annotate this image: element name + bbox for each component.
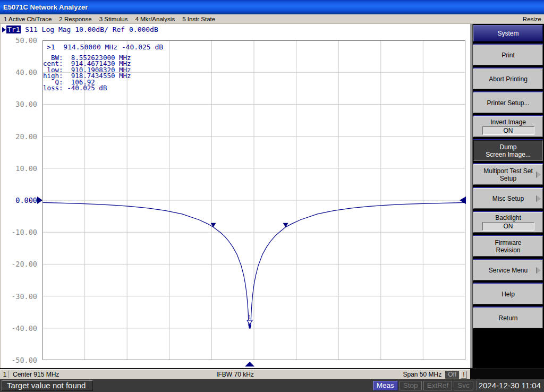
indicator-svc: Svc — [454, 381, 473, 390]
datetime: 2024-12-30 11:04 — [477, 381, 542, 390]
softkey-list: SystemPrintAbort PrintingPrinter Setup..… — [473, 24, 544, 368]
softkey-label: Dump — [499, 143, 516, 151]
channel-status-strip: 1 Center 915 MHz IFBW 70 kHz Span 50 MHz… — [0, 369, 470, 379]
softkey-label: Revision — [496, 246, 520, 254]
active-trace-arrow-icon — [2, 27, 6, 32]
softkey-label: Setup — [500, 175, 516, 182]
y-tick-label: 30.00 — [1, 100, 37, 108]
stimulus-marker — [245, 362, 254, 367]
softkey-menu: SystemPrintAbort PrintingPrinter Setup..… — [470, 24, 544, 368]
sweep-off-badge: Off — [445, 371, 459, 379]
y-tick-label: -30.00 — [1, 292, 37, 301]
submenu-arrow-icon — [537, 195, 541, 202]
center-frequency-value: Center 915 MHz — [13, 371, 59, 378]
softkey-service-menu[interactable]: Service Menu — [473, 260, 543, 280]
softkey-toggle-state: ON — [482, 222, 534, 231]
softkey-system[interactable]: System — [473, 25, 543, 41]
status-indicators: MeasStopExtRefSvc — [371, 381, 473, 390]
softkey-label: Help — [502, 291, 515, 298]
marker1-number: 1 — [248, 315, 251, 320]
softkey-dump[interactable]: DumpScreen Image... — [473, 140, 543, 161]
alert-badge: ! — [461, 371, 467, 379]
softkey-return[interactable]: Return — [473, 308, 543, 328]
softkey-backlight[interactable]: BacklightON — [473, 212, 543, 233]
softkey-printer-setup-[interactable]: Printer Setup... — [473, 92, 543, 113]
indicator-meas: Meas — [373, 381, 398, 390]
channel-number: 1 — [1, 371, 9, 378]
y-tick-label: -40.00 — [1, 324, 37, 333]
menu-5-instr-state[interactable]: 5 Instr State — [178, 16, 219, 22]
softkey-label: Backlight — [495, 214, 521, 221]
submenu-arrow-icon — [537, 172, 541, 178]
ref-level-indicator-left — [37, 197, 42, 204]
softkey-label: Print — [502, 52, 515, 59]
title-bar[interactable]: E5071C Network Analyzer — [0, 0, 544, 14]
resize-button[interactable]: Resize — [523, 16, 544, 22]
status-message: Target value not found — [2, 380, 93, 391]
y-tick-label: 0.000 — [1, 196, 37, 204]
main-area: 1 Tr1 S11 Log Mag 10.00dB/ Ref 0.000dB 5… — [0, 24, 544, 368]
softkey-toggle-state: ON — [482, 126, 534, 135]
ifbw-value: IFBW 70 kHz — [216, 371, 254, 378]
menu-2-response[interactable]: 2 Response — [55, 16, 95, 22]
submenu-arrow-icon — [537, 267, 541, 274]
softkey-label: Invert Image — [490, 118, 526, 126]
softkey-invert-image[interactable]: Invert ImageON — [473, 116, 543, 137]
softkey-label: Printer Setup... — [487, 99, 529, 107]
softkey-print[interactable]: Print — [473, 45, 543, 65]
e5071c-window: E5071C Network Analyzer 1 Active Ch/Trac… — [0, 0, 544, 392]
softkey-label: Abort Printing — [489, 75, 528, 83]
softkey-label: Screen Image... — [486, 151, 531, 158]
softkey-firmware[interactable]: FirmwareRevision — [473, 236, 543, 257]
softkey-label: Misc Setup — [492, 195, 524, 202]
y-tick-label: 40.00 — [1, 68, 37, 76]
marker1-symbol — [247, 320, 252, 325]
y-tick-label: 10.00 — [1, 164, 37, 173]
softkey-label: Firmware — [495, 239, 522, 246]
menu-1-active-ch-trace[interactable]: 1 Active Ch/Trace — [0, 16, 55, 22]
y-tick-label: -10.00 — [1, 228, 37, 236]
indicator-extref: ExtRef — [423, 381, 453, 390]
y-tick-label: 50.00 — [1, 36, 37, 45]
softkey-help[interactable]: Help — [473, 284, 543, 304]
channel-status-bar: 1 Center 915 MHz IFBW 70 kHz Span 50 MHz… — [0, 368, 544, 379]
softkey-label: Service Menu — [489, 267, 528, 274]
bw-high-marker — [283, 223, 288, 227]
marker1-readout: >1 914.50000 MHz -40.025 dB — [47, 43, 163, 51]
y-tick-label: 20.00 — [1, 132, 37, 141]
indicator-stop: Stop — [400, 381, 422, 390]
span-value: Span 50 MHz — [403, 371, 442, 378]
softkey-label: Multiport Test Set — [483, 167, 532, 175]
softkey-label: Return — [498, 314, 517, 322]
softkey-abort-printing[interactable]: Abort Printing — [473, 69, 543, 89]
softkey-misc-setup[interactable]: Misc Setup — [473, 188, 543, 209]
y-tick-label: -20.00 — [1, 260, 37, 268]
menu-bar: 1 Active Ch/Trace2 Response3 Stimulus4 M… — [0, 14, 544, 24]
trace1-format-text: S11 Log Mag 10.00dB/ Ref 0.000dB — [21, 25, 158, 33]
plot-area: 1 Tr1 S11 Log Mag 10.00dB/ Ref 0.000dB 5… — [0, 24, 470, 368]
y-tick-label: -50.00 — [1, 356, 37, 364]
bandwidth-readout: BW: 8.552623000 MHz cent: 914.4671430 MH… — [43, 55, 131, 91]
softkey-label: System — [497, 30, 518, 37]
trace1-badge[interactable]: Tr1 — [6, 25, 21, 33]
softkey-multiport-test-set[interactable]: Multiport Test SetSetup — [473, 164, 543, 185]
menu-items: 1 Active Ch/Trace2 Response3 Stimulus4 M… — [0, 16, 219, 22]
menu-3-stimulus[interactable]: 3 Stimulus — [96, 16, 132, 22]
window-title: E5071C Network Analyzer — [3, 3, 88, 11]
menu-4-mkr-analysis[interactable]: 4 Mkr/Analysis — [131, 16, 178, 22]
instrument-status-bar: Target value not found MeasStopExtRefSvc… — [0, 379, 544, 392]
trace-header: Tr1 S11 Log Mag 10.00dB/ Ref 0.000dB — [2, 25, 158, 33]
